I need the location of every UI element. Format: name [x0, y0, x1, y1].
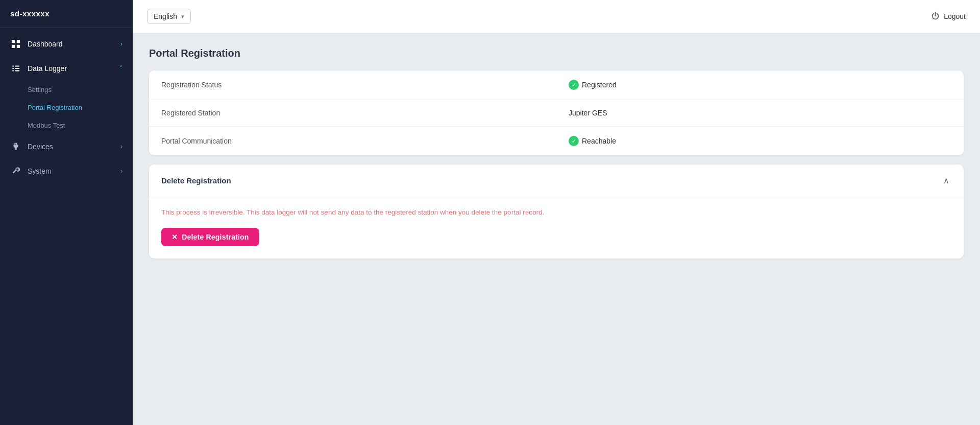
main-container: English ▾ Logout Portal Registration Reg…	[133, 0, 980, 425]
registration-status-table: Registration Status ✓ Registered Registe…	[149, 70, 964, 155]
bars-icon	[10, 63, 21, 74]
svg-point-6	[12, 70, 14, 72]
svg-rect-3	[17, 45, 20, 48]
registration-info-card: Registration Status ✓ Registered Registe…	[149, 70, 964, 155]
collapse-button[interactable]: ∧	[941, 174, 951, 187]
sidebar-item-portal-registration[interactable]: Portal Registration	[0, 99, 133, 116]
table-row: Portal Communication ✓ Reachable	[149, 127, 964, 156]
sidebar-item-dashboard-label: Dashboard	[28, 40, 63, 48]
data-logger-chevron-icon: ˅	[119, 65, 122, 72]
grid-icon	[10, 38, 21, 50]
portal-communication-value: ✓ Reachable	[569, 136, 951, 146]
logout-button[interactable]: Logout	[931, 11, 966, 22]
sidebar-item-devices-label: Devices	[28, 143, 53, 151]
sidebar-item-system[interactable]: System ›	[0, 159, 133, 183]
topbar: English ▾ Logout	[133, 0, 980, 33]
registered-station-value: Jupiter GES	[556, 100, 964, 127]
svg-rect-7	[15, 66, 19, 67]
content-area: Portal Registration Registration Status …	[133, 33, 980, 425]
plug-icon	[10, 141, 21, 152]
x-icon: ✕	[172, 233, 178, 241]
svg-rect-9	[15, 70, 19, 72]
table-row: Registered Station Jupiter GES	[149, 100, 964, 127]
logout-label: Logout	[944, 12, 966, 20]
sidebar-item-portal-registration-label: Portal Registration	[28, 104, 82, 111]
delete-card-body: This process is irreversible. This data …	[149, 197, 964, 258]
sidebar-item-modbus-test-label: Modbus Test	[28, 122, 65, 129]
language-selector[interactable]: English ▾	[147, 9, 191, 24]
delete-warning-text: This process is irreversible. This data …	[161, 207, 951, 218]
delete-section-title: Delete Registration	[161, 176, 231, 185]
delete-button-label: Delete Registration	[182, 233, 249, 241]
svg-rect-8	[15, 68, 19, 69]
chevron-up-icon: ∧	[943, 176, 949, 185]
table-row: Registration Status ✓ Registered	[149, 70, 964, 100]
sidebar-logo: sd-xxxxxx	[0, 0, 133, 28]
page-title: Portal Registration	[149, 48, 964, 59]
svg-rect-0	[12, 40, 15, 43]
devices-chevron-icon: ›	[120, 143, 122, 150]
sidebar: sd-xxxxxx Dashboard › Data Logger	[0, 0, 133, 425]
svg-point-5	[12, 68, 14, 69]
delete-registration-button[interactable]: ✕ Delete Registration	[161, 228, 259, 246]
svg-point-4	[12, 65, 14, 67]
sidebar-item-modbus-test[interactable]: Modbus Test	[0, 116, 133, 134]
sidebar-item-settings-label: Settings	[28, 86, 52, 93]
sidebar-item-data-logger[interactable]: Data Logger ˅	[0, 56, 133, 81]
sidebar-nav: Dashboard › Data Logger ˅ Settings Porta…	[0, 28, 133, 425]
registration-status-label: Registration Status	[149, 70, 556, 100]
delete-registration-card: Delete Registration ∧ This process is ir…	[149, 164, 964, 258]
svg-rect-2	[12, 45, 15, 48]
check-circle-icon: ✓	[569, 80, 579, 90]
sidebar-item-system-label: System	[28, 167, 52, 175]
registration-status-text: Registered	[582, 81, 617, 89]
portal-communication-text: Reachable	[582, 137, 616, 145]
language-chevron-icon: ▾	[181, 13, 184, 20]
system-chevron-icon: ›	[120, 168, 122, 175]
delete-card-header: Delete Registration ∧	[149, 164, 964, 197]
sidebar-item-settings[interactable]: Settings	[0, 81, 133, 99]
sidebar-item-dashboard[interactable]: Dashboard ›	[0, 32, 133, 56]
power-icon	[931, 11, 940, 22]
sidebar-item-data-logger-label: Data Logger	[28, 64, 67, 73]
check-circle-reachable-icon: ✓	[569, 136, 579, 146]
wrench-icon	[10, 166, 21, 177]
sidebar-item-devices[interactable]: Devices ›	[0, 134, 133, 159]
portal-communication-label: Portal Communication	[149, 127, 556, 156]
language-label: English	[154, 12, 177, 20]
registered-station-label: Registered Station	[149, 100, 556, 127]
registration-status-value: ✓ Registered	[569, 80, 951, 90]
svg-rect-1	[17, 40, 20, 43]
dashboard-chevron-icon: ›	[120, 40, 122, 48]
